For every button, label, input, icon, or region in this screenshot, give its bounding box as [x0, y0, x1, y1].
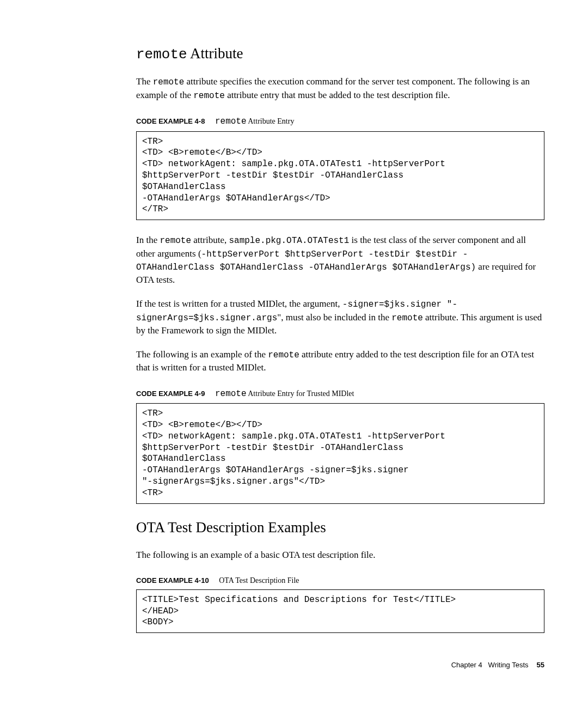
inline-code: remote [391, 313, 423, 323]
paragraph-4: The following is an example of the remot… [136, 348, 544, 374]
text: If the test is written for a trusted MID… [136, 299, 342, 309]
paragraph-5: The following is an example of a basic O… [136, 549, 544, 562]
caption-rest: OTA Test Description File [219, 576, 299, 585]
text: attribute entry that must be added to th… [225, 90, 450, 100]
heading-mono: remote [136, 46, 187, 63]
inline-code: remote [153, 77, 185, 87]
page-number: 55 [537, 661, 544, 669]
heading-ota-examples: OTA Test Description Examples [136, 518, 544, 538]
text: ", must also be included in the [277, 312, 391, 322]
inline-code: remote [268, 350, 299, 360]
inline-code: remote [193, 91, 225, 101]
inline-code: remote [160, 236, 191, 246]
text: The following is an example of the [136, 349, 268, 360]
code-caption-4-9: CODE EXAMPLE 4-9 remote Attribute Entry … [136, 388, 544, 400]
paragraph-3: If the test is written for a trusted MID… [136, 297, 544, 337]
caption-mono: remote [215, 389, 247, 399]
caption-rest: Attribute Entry for Trusted MIDlet [247, 389, 354, 398]
footer-chapter: Chapter 4 [451, 661, 482, 669]
inline-code: sample.pkg.OTA.OTATest1 [229, 236, 349, 246]
text: In the [136, 235, 160, 245]
paragraph-2: In the remote attribute, sample.pkg.OTA.… [136, 234, 544, 287]
page-footer: Chapter 4 Writing Tests55 [136, 660, 544, 670]
caption-label: CODE EXAMPLE 4-8 [136, 117, 205, 125]
text: The [136, 76, 153, 87]
code-caption-4-10: CODE EXAMPLE 4-10 OTA Test Description F… [136, 575, 544, 586]
heading-rest: Attribute [187, 45, 243, 62]
code-example-4-8: <TR> <TD> <B>remote</B></TD> <TD> networ… [136, 131, 544, 221]
caption-rest: Attribute Entry [247, 117, 295, 125]
code-example-4-9: <TR> <TD> <B>remote</B></TD> <TD> networ… [136, 403, 544, 503]
paragraph-1: The remote attribute specifies the execu… [136, 75, 544, 102]
heading-remote-attribute: remote Attribute [136, 44, 544, 64]
footer-title: Writing Tests [488, 661, 529, 669]
caption-mono: remote [215, 117, 247, 126]
caption-label: CODE EXAMPLE 4-10 [136, 576, 209, 585]
text: attribute, [191, 235, 229, 245]
caption-label: CODE EXAMPLE 4-9 [136, 389, 205, 398]
code-example-4-10: <TITLE>Test Specifications and Descripti… [136, 589, 544, 633]
code-caption-4-8: CODE EXAMPLE 4-8 remote Attribute Entry [136, 115, 544, 127]
